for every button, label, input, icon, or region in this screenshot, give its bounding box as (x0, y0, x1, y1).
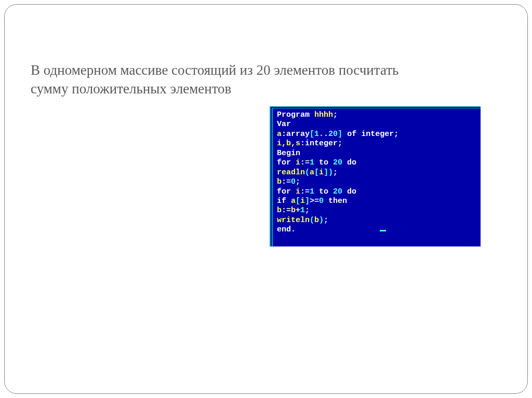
slide-frame: В одномерном массиве состоящий из 20 эле… (4, 4, 528, 394)
pascal-code-block: Program hhhh; Var a:array[1..20] of inte… (270, 106, 481, 246)
problem-statement: В одномерном массиве состоящий из 20 эле… (31, 61, 405, 99)
text-cursor (380, 230, 386, 231)
